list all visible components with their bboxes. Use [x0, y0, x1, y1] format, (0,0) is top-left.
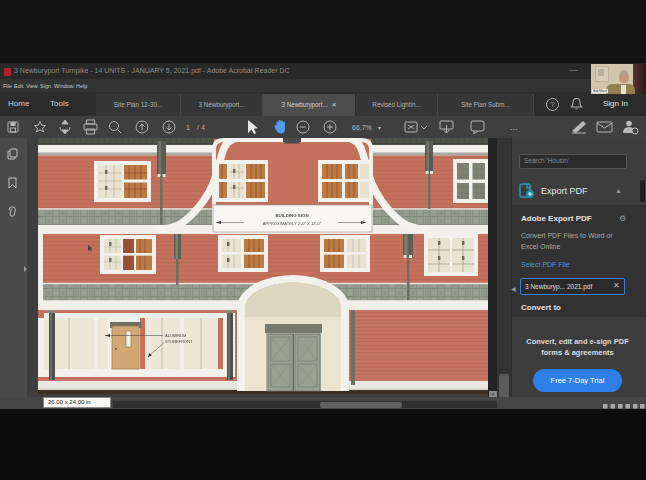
svg-text:BUILDING SIGN: BUILDING SIGN	[275, 213, 308, 218]
svg-text:APPROXIMATELY 2'-0" X 12'-0": APPROXIMATELY 2'-0" X 12'-0"	[263, 221, 322, 226]
svg-text:66.7%: 66.7%	[352, 124, 372, 131]
svg-text:...: ...	[510, 122, 518, 132]
svg-text:/ 4: / 4	[197, 124, 205, 131]
svg-text:STOREFRONT: STOREFRONT	[165, 339, 193, 344]
svg-text:1: 1	[186, 124, 190, 131]
svg-text:ALUMINUM: ALUMINUM	[165, 333, 186, 338]
svg-text:▾: ▾	[378, 125, 381, 131]
